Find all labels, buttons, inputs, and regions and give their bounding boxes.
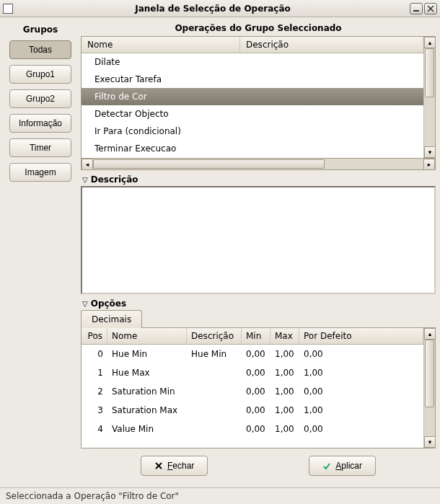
window-icon: [3, 4, 13, 14]
close-dialog-button[interactable]: Fechar: [141, 456, 208, 476]
opt-col-def[interactable]: Por Defeito: [299, 328, 423, 344]
scroll-down-icon[interactable]: ▾: [424, 436, 436, 448]
cell-max: 1,00: [270, 385, 299, 398]
list-item[interactable]: Detectar Objecto: [82, 105, 423, 123]
sidebar-title: Grupos: [23, 22, 58, 40]
close-icon: [154, 461, 163, 470]
cell-nome: Saturation Max: [107, 404, 187, 417]
options-table: Pos Nome Descrição Min Max Por Defeito 0…: [81, 327, 436, 448]
cell-desc: Hue Min: [187, 348, 242, 361]
cell-nome: Hue Max: [107, 366, 187, 379]
cell-nome: Value Min: [107, 423, 187, 436]
scroll-thumb[interactable]: [425, 48, 434, 97]
cell-def: 1,00: [299, 404, 423, 417]
cell-max: 1,00: [270, 366, 299, 379]
scroll-down-icon[interactable]: ▾: [424, 146, 436, 158]
scroll-up-icon[interactable]: ▴: [424, 37, 436, 48]
operations-list: Nome Descrição Dilate Executar Tarefa Fi…: [81, 36, 436, 159]
description-section-header[interactable]: ▽ Descrição: [81, 170, 436, 186]
cell-pos: 1: [82, 366, 107, 379]
expander-icon: ▽: [82, 300, 88, 308]
options-section-header[interactable]: ▽ Opções: [81, 294, 436, 310]
apply-button[interactable]: Aplicar: [309, 456, 376, 476]
list-item[interactable]: Dilate: [82, 53, 423, 71]
group-btn-grupo1[interactable]: Grupo1: [9, 65, 71, 84]
cell-pos: 0: [82, 348, 107, 361]
operations-vscrollbar[interactable]: ▴ ▾: [423, 37, 435, 158]
scroll-right-icon[interactable]: ▸: [423, 159, 435, 170]
titlebar: Janela de Selecção de Operação: [0, 0, 440, 17]
cell-def: 1,00: [299, 366, 423, 379]
scroll-thumb[interactable]: [93, 159, 325, 169]
group-btn-grupo2[interactable]: Grupo2: [9, 89, 71, 108]
operations-header: Nome Descrição: [82, 37, 423, 53]
opt-col-pos[interactable]: Pos: [82, 328, 107, 344]
cell-def: 0,00: [299, 423, 423, 436]
cell-desc: [187, 366, 242, 379]
opt-col-max[interactable]: Max: [270, 328, 299, 344]
cell-max: 1,00: [270, 404, 299, 417]
cell-pos: 3: [82, 404, 107, 417]
cell-max: 1,00: [270, 423, 299, 436]
cell-desc: [187, 385, 242, 398]
cell-desc: [187, 423, 242, 436]
tab-decimais[interactable]: Decimais: [81, 310, 142, 328]
group-btn-imagem[interactable]: Imagem: [9, 163, 71, 182]
cell-min: 0,00: [242, 348, 270, 361]
operations-title: Operações do Grupo Seleccionado: [81, 22, 436, 36]
list-item[interactable]: Terminar Execucao: [82, 140, 423, 157]
status-bar: Seleccionada a Operação "Filtro de Cor": [0, 487, 440, 504]
cell-pos: 4: [82, 423, 107, 436]
cell-pos: 2: [82, 385, 107, 398]
cell-desc: [187, 404, 242, 417]
operations-hscrollbar[interactable]: ◂ ▸: [81, 159, 436, 170]
table-row[interactable]: 1Hue Max0,001,001,00: [82, 363, 423, 382]
table-row[interactable]: 3Saturation Max0,001,001,00: [82, 401, 423, 420]
close-label: echar: [172, 461, 194, 471]
expander-icon: ▽: [82, 176, 88, 184]
description-box: [81, 186, 436, 294]
options-vscrollbar[interactable]: ▴ ▾: [423, 328, 435, 448]
cell-min: 0,00: [242, 385, 270, 398]
scroll-thumb[interactable]: [425, 340, 434, 407]
cell-max: 1,00: [270, 348, 299, 361]
description-title: Descrição: [91, 174, 138, 185]
close-button[interactable]: [424, 3, 437, 14]
apply-icon: [322, 461, 331, 470]
group-btn-timer[interactable]: Timer: [9, 138, 71, 157]
cell-min: 0,00: [242, 404, 270, 417]
cell-def: 0,00: [299, 348, 423, 361]
table-row[interactable]: 4Value Min0,001,000,00: [82, 420, 423, 438]
col-header-nome[interactable]: Nome: [82, 37, 240, 53]
cell-min: 0,00: [242, 366, 270, 379]
group-btn-informacao[interactable]: Informação: [9, 114, 71, 133]
table-row[interactable]: 2Saturation Min0,001,000,00: [82, 382, 423, 401]
options-title: Opções: [91, 299, 126, 309]
list-item[interactable]: Filtro de Cor: [82, 88, 423, 105]
sidebar: Grupos Todas Grupo1 Grupo2 Informação Ti…: [4, 22, 76, 483]
group-btn-todas[interactable]: Todas: [9, 40, 71, 59]
scroll-up-icon[interactable]: ▴: [424, 328, 436, 340]
apply-label: plicar: [341, 461, 362, 471]
window-title: Janela de Selecção de Operação: [17, 4, 408, 14]
list-item[interactable]: Executar Tarefa: [82, 71, 423, 88]
scroll-left-icon[interactable]: ◂: [82, 159, 93, 170]
cell-def: 0,00: [299, 385, 423, 398]
minimize-button[interactable]: [410, 3, 423, 14]
opt-col-min[interactable]: Min: [242, 328, 270, 344]
opt-col-nome[interactable]: Nome: [107, 328, 187, 344]
cell-nome: Saturation Min: [107, 385, 187, 398]
opt-col-desc[interactable]: Descrição: [187, 328, 242, 344]
svg-rect-0: [413, 10, 419, 12]
cell-nome: Hue Min: [107, 348, 187, 361]
col-header-descricao[interactable]: Descrição: [240, 37, 423, 53]
list-item[interactable]: Ir Para (condicional): [82, 123, 423, 140]
table-row[interactable]: 0Hue MinHue Min0,001,000,00: [82, 345, 423, 363]
cell-min: 0,00: [242, 423, 270, 436]
